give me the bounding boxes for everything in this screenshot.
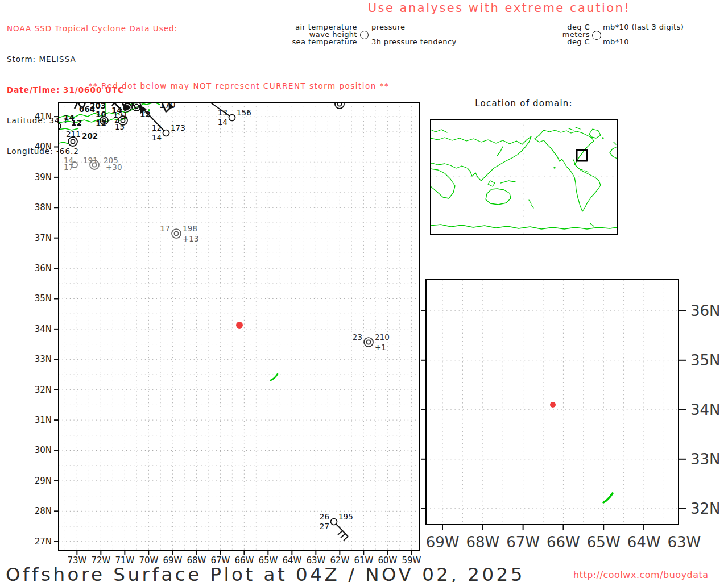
station-inner-circle [71,139,75,143]
scandinavia-outline [431,130,447,132]
station-circle [335,99,344,109]
wind-barb-tick [341,534,345,538]
y-tick-label: 27N [35,537,52,547]
hawaii-dot [554,167,555,168]
y-tick-label: 39N [35,172,52,182]
y-tick-label: 32N [690,500,721,517]
storm-position-dot [550,402,556,408]
australia-outline [486,189,511,205]
y-tick-label: 36N [35,263,52,273]
y-tick-label: 34N [35,324,52,334]
greenland-outline [589,129,601,138]
station-value: 191 [83,156,98,165]
surface-plot-canvas: 2030641410191122151217014122112021417191… [0,0,728,582]
storm-position-dot [236,322,243,329]
y-tick-label: 35N [690,352,721,369]
y-tick-label: 33N [690,451,721,468]
y-tick-label: 28N [35,506,52,516]
y-tick-label: 36N [690,302,721,319]
wind-barb-tick [344,537,348,541]
station-pressure: 173 [171,123,185,132]
zoom-map-axes: 69W68W67W66W65W64W63W36N35N34N33N32N [421,302,721,551]
zoom-map-content [426,280,679,525]
y-tick-label: 37N [35,233,52,243]
x-tick-label: 65W [587,534,621,551]
station-pressure: 156 [237,108,251,117]
coastline [59,142,68,144]
y-tick-label: 34N [690,401,721,418]
station-circle [229,115,235,121]
y-tick-label: 41N [35,111,52,122]
station-value: 15 [115,122,125,131]
arctic-islands-outline [569,127,580,130]
station-pressure: 195 [338,512,353,521]
station-air-temp: 17 [160,224,170,233]
borneo-outline [488,181,495,186]
station-circle [163,130,169,136]
station-pressure: 198 [183,224,197,233]
new-zealand-outline [529,200,533,208]
world-inset [431,119,617,234]
page: NOAA SSD Tropical Cyclone Data Used: Sto… [0,0,728,582]
station-air-temp: 23 [353,332,362,342]
station-sea-temp: 27 [320,522,329,531]
station-tendency: +13 [183,234,199,243]
station-circle [54,123,61,130]
station-value: 17 [64,163,73,172]
x-tick-label: 67W [506,534,540,551]
station-value: 10 [96,110,106,119]
station-circle [172,229,181,238]
europe-edge-outline [610,142,617,159]
y-tick-label: 35N [35,293,52,304]
source-url-link[interactable]: http://coolwx.com/buoydata [573,569,709,580]
americas-outline [535,130,601,211]
iceland-dot [602,138,603,139]
page-title: Offshore Surface Plot at 04Z / NOV 02, 2… [6,564,525,582]
x-tick-label: 69W [426,534,460,551]
x-tick-label: 68W [466,534,499,551]
station-value: +30 [106,163,122,172]
station-value: 12 [71,118,82,127]
africa-outline [431,169,455,198]
station-air-temp: 13 [218,108,228,117]
x-tick-label: 66W [547,534,580,551]
station-sea-temp: 14 [152,133,162,142]
y-tick-label: 33N [35,354,52,364]
y-tick-label: 30N [35,445,52,455]
station-circle [364,338,373,347]
station-tendency: +1 [375,343,386,352]
station-circle [331,519,337,525]
y-tick-label: 32N [35,385,52,395]
station-value: 170 [159,100,176,110]
station-value: 211 [66,130,81,139]
station-sea-temp: 14 [218,118,228,127]
station-air-temp: 26 [320,512,329,521]
main-map-content: 2030641410191122151217014122112021417191… [54,99,419,550]
y-tick-label: 40N [35,142,52,152]
japan-outline [497,147,503,156]
y-tick-label: 38N [35,202,52,213]
new-guinea-outline [500,181,515,183]
y-tick-label: 29N [35,476,52,486]
y-tick-label: 31N [35,415,52,425]
station-value: 12 [96,119,106,128]
station-air-temp: 12 [152,123,162,132]
main-map-axes: 73W72W71W70W69W68W67W66W65W64W63W62W61W6… [35,111,421,566]
station-value: 202 [82,131,98,140]
x-tick-label: 63W [667,534,701,551]
x-tick-label: 64W [627,534,661,551]
station-pressure: 210 [375,332,390,342]
wind-barb-tick [338,531,342,535]
bermuda-island [603,493,613,502]
station-value: 064 [79,105,95,114]
bermuda-island [271,374,278,380]
